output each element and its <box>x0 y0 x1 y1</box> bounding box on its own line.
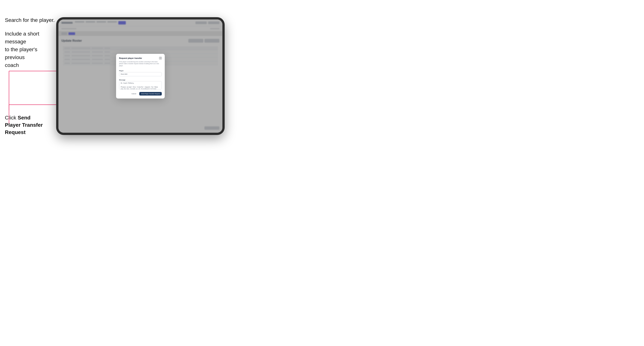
modal-title: Request player transfer <box>119 57 142 59</box>
instruction-search: Search for the player. <box>5 16 55 24</box>
instruction-click: Click Send Player Transfer Request <box>5 114 46 136</box>
modal-close-button[interactable]: ✕ <box>159 57 162 59</box>
send-transfer-request-button[interactable]: Send Player Transfer Request <box>139 92 162 96</box>
message-textarea[interactable]: Hi Coach McHarg, Please accept this tran… <box>119 81 162 89</box>
tablet-screen: Update Roster <box>58 19 222 133</box>
modal-overlay: Request player transfer ✕ If the player … <box>58 19 222 133</box>
modal-description: If the player is transferring from anoth… <box>119 61 162 67</box>
request-transfer-modal: Request player transfer ✕ If the player … <box>116 54 165 99</box>
cancel-button[interactable]: Cancel <box>130 92 138 95</box>
message-label: Message <box>119 79 126 81</box>
tablet-device: Update Roster <box>56 17 225 135</box>
instruction-message: Include a short message to the player's … <box>5 30 54 69</box>
player-input[interactable] <box>119 72 162 76</box>
player-label: Player <box>119 70 124 72</box>
modal-header: Request player transfer ✕ <box>119 57 162 59</box>
modal-footer: Cancel Send Player Transfer Request <box>119 92 162 96</box>
